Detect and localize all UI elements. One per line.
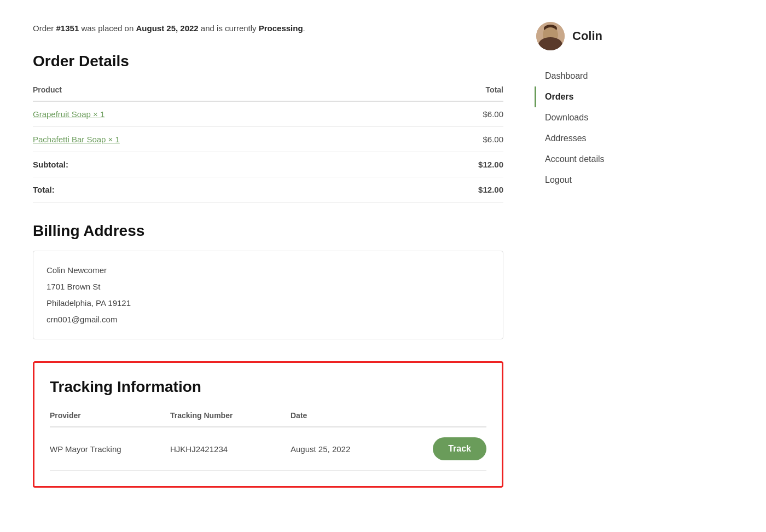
product-total-1: $6.00 bbox=[398, 101, 503, 127]
subtotal-value: $12.00 bbox=[398, 152, 503, 177]
sidebar-item-dashboard[interactable]: Dashboard bbox=[535, 66, 678, 86]
product-total-2: $6.00 bbox=[398, 127, 503, 152]
total-value: $12.00 bbox=[398, 177, 503, 203]
tracking-number: HJKHJ2421234 bbox=[170, 427, 291, 471]
tracking-table: Provider Tracking Number Date WP Mayor T… bbox=[50, 407, 486, 471]
subtotal-label: Subtotal: bbox=[33, 152, 398, 177]
user-profile: Colin bbox=[536, 22, 678, 50]
order-notice: Order #1351 was placed on August 25, 202… bbox=[33, 22, 503, 35]
col-provider-header: Provider bbox=[50, 407, 170, 427]
table-row: Pachafetti Bar Soap × 1 $6.00 bbox=[33, 127, 503, 152]
billing-heading: Billing Address bbox=[33, 222, 503, 240]
col-total-header: Total bbox=[398, 81, 503, 101]
track-button[interactable]: Track bbox=[433, 437, 486, 460]
username: Colin bbox=[572, 29, 602, 43]
billing-line-2: 1701 Brown St bbox=[47, 279, 490, 295]
sidebar-item-logout[interactable]: Logout bbox=[535, 170, 678, 190]
svg-point-3 bbox=[539, 42, 561, 50]
tracking-row: WP Mayor Tracking HJKHJ2421234 August 25… bbox=[50, 427, 486, 471]
billing-line-1: Colin Newcomer bbox=[47, 262, 490, 279]
subtotal-row: Subtotal: $12.00 bbox=[33, 152, 503, 177]
col-tracking-header: Tracking Number bbox=[170, 407, 291, 427]
order-details-heading: Order Details bbox=[33, 53, 503, 70]
tracking-heading: Tracking Information bbox=[50, 378, 486, 396]
col-product-header: Product bbox=[33, 81, 398, 101]
tracking-section: Tracking Information Provider Tracking N… bbox=[33, 361, 503, 488]
billing-line-3: Philadelphia, PA 19121 bbox=[47, 295, 490, 311]
product-link-1[interactable]: Grapefruit Soap × 1 bbox=[33, 109, 105, 119]
total-label: Total: bbox=[33, 177, 398, 203]
table-row: Grapefruit Soap × 1 $6.00 bbox=[33, 101, 503, 127]
svg-point-2 bbox=[544, 25, 557, 32]
tracking-provider: WP Mayor Tracking bbox=[50, 427, 170, 471]
order-table: Product Total Grapefruit Soap × 1 $6.00 … bbox=[33, 81, 503, 203]
col-action-header bbox=[400, 407, 486, 427]
sidebar-item-downloads[interactable]: Downloads bbox=[535, 107, 678, 128]
main-content: Order #1351 was placed on August 25, 202… bbox=[33, 22, 503, 488]
billing-address-box: Colin Newcomer 1701 Brown St Philadelphi… bbox=[33, 251, 503, 339]
col-date-header: Date bbox=[291, 407, 400, 427]
avatar-svg bbox=[536, 22, 565, 50]
sidebar-item-addresses[interactable]: Addresses bbox=[535, 128, 678, 149]
sidebar-item-account-details[interactable]: Account details bbox=[535, 149, 678, 170]
sidebar: Colin Dashboard Orders Downloads Address… bbox=[536, 22, 678, 488]
avatar bbox=[536, 22, 565, 50]
track-button-cell: Track bbox=[400, 427, 486, 471]
tracking-date: August 25, 2022 bbox=[291, 427, 400, 471]
product-link-2[interactable]: Pachafetti Bar Soap × 1 bbox=[33, 135, 120, 144]
total-row: Total: $12.00 bbox=[33, 177, 503, 203]
sidebar-item-orders[interactable]: Orders bbox=[535, 86, 678, 107]
billing-line-4: crn001@gmail.com bbox=[47, 311, 490, 328]
sidebar-nav: Dashboard Orders Downloads Addresses Acc… bbox=[536, 66, 678, 190]
